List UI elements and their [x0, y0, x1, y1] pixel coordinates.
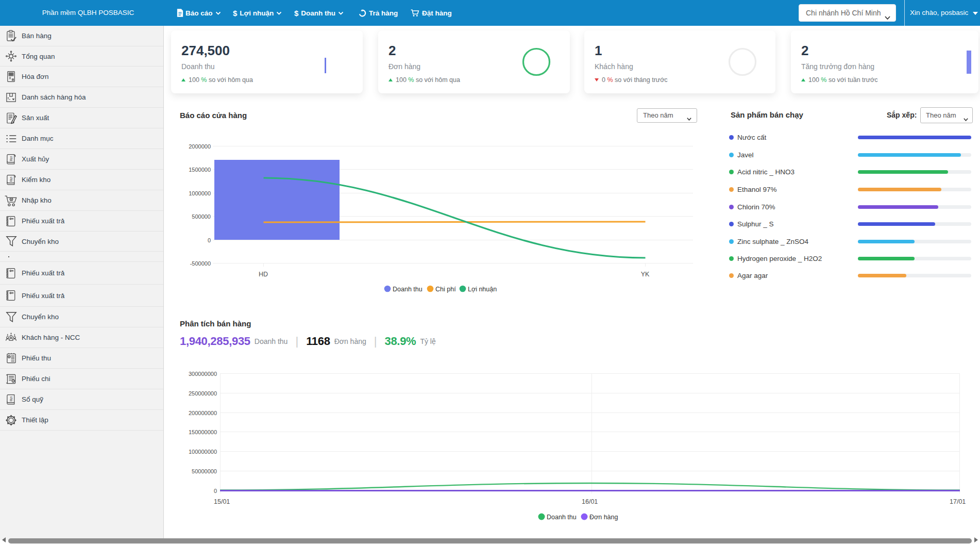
svg-text:300000000: 300000000 — [189, 371, 217, 377]
svg-text:15/01: 15/01 — [214, 498, 230, 505]
svg-text:50000000: 50000000 — [192, 468, 217, 474]
svg-text:250000000: 250000000 — [189, 390, 217, 397]
svg-text:16/01: 16/01 — [582, 498, 598, 505]
svg-text:Doanh thu: Doanh thu — [547, 514, 577, 521]
svg-text:100000000: 100000000 — [189, 449, 217, 455]
svg-text:0: 0 — [214, 488, 217, 494]
svg-text:17/01: 17/01 — [950, 498, 966, 505]
svg-text:Đơn hàng: Đơn hàng — [589, 514, 618, 521]
svg-text:150000000: 150000000 — [189, 429, 217, 435]
svg-text:200000000: 200000000 — [189, 410, 217, 416]
